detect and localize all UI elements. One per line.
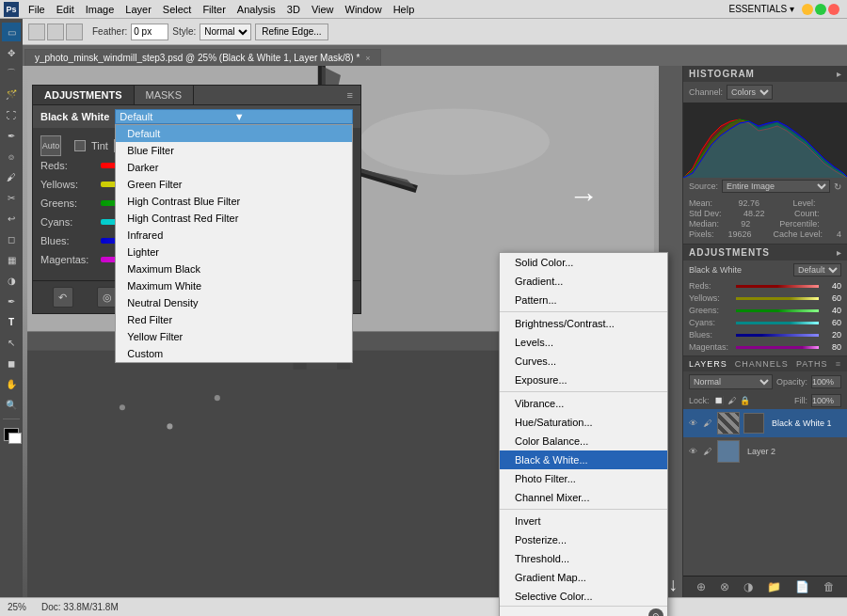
essentials-label[interactable]: ESSENTIALS ▾	[722, 4, 802, 14]
menu-view[interactable]: View	[306, 0, 340, 18]
preset-item-yellow-filter[interactable]: Yellow Filter	[116, 328, 352, 345]
source-select[interactable]: Entire Image	[722, 180, 830, 193]
opacity-input[interactable]	[811, 375, 841, 388]
tool-marquee[interactable]: ▭	[2, 23, 21, 41]
options-icon-1[interactable]	[28, 24, 45, 40]
tool-pen[interactable]: ✒	[2, 292, 21, 310]
menu-help[interactable]: Help	[388, 0, 421, 18]
tool-brush[interactable]: 🖌	[2, 167, 21, 186]
tool-hand[interactable]: ✋	[2, 374, 21, 393]
tool-dodge[interactable]: ◑	[2, 271, 21, 290]
add-mask-icon[interactable]: ⊗	[720, 580, 729, 593]
layers-tab-label[interactable]: LAYERS	[689, 359, 727, 369]
preset-item-max-white[interactable]: Maximum White	[116, 277, 352, 294]
tool-move[interactable]: ✥	[2, 43, 21, 62]
tool-magic-wand[interactable]: 🪄	[2, 85, 21, 103]
background-color[interactable]	[8, 433, 22, 444]
tab-masks[interactable]: MASKS	[135, 86, 195, 104]
context-solid-color[interactable]: Solid Color...	[500, 253, 667, 272]
context-levels[interactable]: Levels...	[500, 333, 667, 352]
preset-item-max-black[interactable]: Maximum Black	[116, 261, 352, 277]
context-photo-filter[interactable]: Photo Filter...	[500, 469, 667, 488]
options-icon-3[interactable]	[66, 24, 83, 40]
context-threshold[interactable]: Threshold...	[500, 549, 667, 568]
context-vibrance[interactable]: Vibrance...	[500, 394, 667, 413]
menu-analysis[interactable]: Analysis	[232, 0, 281, 18]
preset-item-lighter[interactable]: Lighter	[116, 244, 352, 261]
add-layer-style-icon[interactable]: ⊕	[696, 580, 706, 593]
right-adj-cyans-track[interactable]	[736, 322, 819, 324]
blend-mode-select[interactable]: Normal	[689, 374, 773, 389]
layer-item-1[interactable]: 👁 🖌 Layer 2	[683, 437, 847, 466]
style-select[interactable]: Normal	[200, 24, 251, 40]
tint-checkbox[interactable]	[74, 140, 86, 151]
tool-history-brush[interactable]: ↩	[2, 209, 21, 228]
tool-healing[interactable]: ⌾	[2, 147, 21, 166]
layer-visibility-icon-0[interactable]: 👁	[689, 419, 697, 428]
context-channel-mixer[interactable]: Channel Mixer...	[500, 488, 667, 507]
reset-button[interactable]: ↶	[53, 287, 73, 308]
menu-window[interactable]: Window	[340, 0, 388, 18]
context-pattern[interactable]: Pattern...	[500, 291, 667, 309]
preset-item-neutral-density[interactable]: Neutral Density	[116, 294, 352, 311]
menu-3d[interactable]: 3D	[281, 0, 306, 18]
auto-button[interactable]: Auto	[40, 135, 61, 156]
delete-layer-icon[interactable]: 🗑	[823, 580, 835, 593]
tool-eraser[interactable]: ◻	[2, 229, 21, 248]
options-icon-2[interactable]	[47, 24, 64, 40]
preset-item-green-filter[interactable]: Green Filter	[116, 176, 352, 193]
refine-edge-button[interactable]: Refine Edge...	[255, 24, 328, 40]
context-invert[interactable]: Invert	[500, 512, 667, 530]
tool-path-select[interactable]: ↖	[2, 333, 21, 352]
histogram-expand-icon[interactable]: ▸	[837, 69, 841, 79]
preset-item-hc-red-filter[interactable]: High Contrast Red Filter	[116, 210, 352, 227]
tab-close-icon[interactable]: ×	[365, 54, 370, 63]
tool-lasso[interactable]: ⌒	[2, 64, 21, 83]
context-gradient-map[interactable]: Gradient Map...	[500, 568, 667, 587]
right-adj-preset-select[interactable]: Default	[793, 263, 841, 276]
preset-item-red-filter[interactable]: Red Filter	[116, 311, 352, 328]
maximize-btn[interactable]	[815, 4, 826, 15]
lock-transparent-icon[interactable]: 🔲	[713, 396, 724, 405]
minimize-btn[interactable]	[802, 4, 813, 15]
tool-shape[interactable]: ◼	[2, 354, 21, 372]
close-btn[interactable]	[828, 4, 839, 15]
tool-eyedropper[interactable]: ✒	[2, 126, 21, 145]
menu-file[interactable]: File	[23, 0, 51, 18]
context-menu-icon[interactable]: ⊙	[648, 608, 663, 616]
context-hue-saturation[interactable]: Hue/Saturation...	[500, 413, 667, 432]
layer-link-icon-1[interactable]: 🖌	[703, 447, 711, 456]
context-exposure[interactable]: Exposure...	[500, 371, 667, 389]
paths-tab-label[interactable]: PATHS	[796, 359, 828, 369]
add-group-icon[interactable]: 📁	[767, 580, 781, 593]
feather-input[interactable]	[131, 24, 168, 40]
context-black-white[interactable]: Black & White...	[500, 450, 667, 469]
context-selective-color[interactable]: Selective Color...	[500, 587, 667, 606]
fill-input[interactable]	[811, 394, 841, 407]
layer-visibility-icon-1[interactable]: 👁	[689, 447, 697, 456]
context-posterize[interactable]: Posterize...	[500, 530, 667, 549]
channel-select[interactable]: Colors RGB Red Green Blue	[727, 85, 773, 100]
preset-item-custom[interactable]: Custom	[116, 345, 352, 362]
preset-selector[interactable]: Default ▼	[115, 109, 353, 124]
channels-tab-label[interactable]: CHANNELS	[735, 359, 789, 369]
tool-crop[interactable]: ⛶	[2, 105, 21, 124]
right-adj-blues-track[interactable]	[736, 334, 819, 337]
right-adj-expand-icon[interactable]: ▸	[837, 247, 841, 258]
tool-gradient[interactable]: ▦	[2, 250, 21, 269]
menu-edit[interactable]: Edit	[51, 0, 80, 18]
panel-menu-icon[interactable]: ≡	[340, 86, 360, 104]
add-adjustment-icon[interactable]: ◑	[743, 580, 753, 593]
tool-text[interactable]: T	[2, 312, 21, 331]
tool-clone-stamp[interactable]: ✂	[2, 188, 21, 207]
context-color-balance[interactable]: Color Balance...	[500, 432, 667, 450]
tool-zoom[interactable]: 🔍	[2, 395, 21, 414]
layer-item-0[interactable]: 👁 🖌 Black & White 1	[683, 409, 847, 437]
histogram-refresh-icon[interactable]: ↻	[834, 182, 841, 192]
context-gradient[interactable]: Gradient...	[500, 272, 667, 291]
preset-item-infrared[interactable]: Infrared	[116, 227, 352, 244]
preset-item-darker[interactable]: Darker	[116, 159, 352, 176]
right-adj-greens-track[interactable]	[736, 309, 819, 312]
menu-image[interactable]: Image	[80, 0, 120, 18]
lock-image-icon[interactable]: 🖌	[727, 396, 736, 405]
